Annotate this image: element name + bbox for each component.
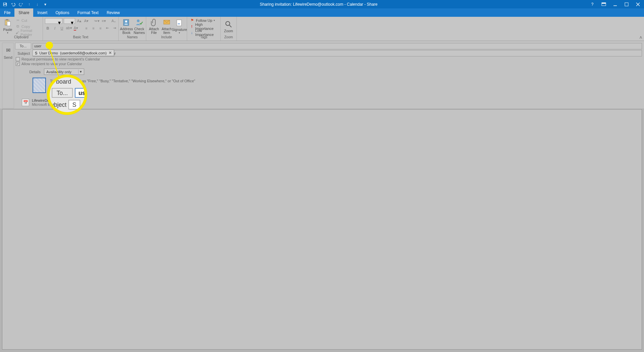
tab-review[interactable]: Review bbox=[103, 8, 124, 17]
title-bar: ↑ ↓ ▾ Sharing invitation: LifewireDemo@o… bbox=[0, 0, 644, 8]
calendar-icon: 📅 bbox=[22, 99, 29, 106]
signature-label: Signature bbox=[172, 28, 187, 32]
paste-button[interactable]: Paste ▾ bbox=[1, 18, 14, 35]
shrink-font-button[interactable]: A▾ bbox=[84, 18, 89, 24]
bold-button[interactable]: B bbox=[45, 25, 51, 31]
svg-rect-1 bbox=[4, 4, 6, 6]
svg-rect-3 bbox=[602, 3, 606, 4]
bullets-button[interactable]: ≔▾ bbox=[94, 18, 100, 24]
tab-options[interactable]: Options bbox=[51, 8, 73, 17]
quick-access-toolbar: ↑ ↓ ▾ bbox=[0, 2, 48, 7]
group-basic-text: ▾ ▾ A▴ A▾ ≔▾ ≡▾ Aₓ B I U ab▾ A▾ ≡ ≡ ≡ ⇤ bbox=[43, 17, 119, 41]
request-permission-label: Request permission to view recipient's C… bbox=[21, 57, 100, 61]
svg-line-17 bbox=[229, 25, 231, 27]
subject-input[interactable] bbox=[33, 50, 642, 56]
up-arrow-icon[interactable]: ↑ bbox=[27, 2, 32, 7]
font-size-select[interactable]: ▾ bbox=[64, 18, 75, 24]
message-body[interactable] bbox=[2, 109, 642, 350]
window-controls: ? bbox=[590, 2, 644, 7]
group-label-zoom: Zoom bbox=[222, 35, 235, 41]
paperclip-icon bbox=[150, 18, 158, 27]
group-clipboard: Paste ▾ ✂ Cut ⧉ Copy 🖌 Format Painter Cl… bbox=[0, 17, 43, 41]
zoom-icon bbox=[224, 20, 232, 28]
ribbon-tabs: File Share Insert Options Format Text Re… bbox=[0, 8, 644, 17]
redo-icon[interactable] bbox=[19, 2, 23, 7]
subject-label: Subject bbox=[15, 51, 31, 55]
callout-magnifier: board To... user ubject S bbox=[47, 75, 87, 115]
format-painter-button[interactable]: 🖌 Format Painter bbox=[14, 30, 41, 35]
paste-icon bbox=[4, 19, 12, 27]
collapse-ribbon-icon[interactable]: ᐱ bbox=[640, 36, 642, 39]
attach-item-label: Attach Item bbox=[162, 27, 172, 34]
tab-file[interactable]: File bbox=[0, 8, 14, 17]
tab-share[interactable]: Share bbox=[14, 8, 33, 17]
check-names-button[interactable]: Check Names bbox=[133, 18, 146, 35]
decrease-indent-button[interactable]: ⇤ bbox=[105, 25, 110, 31]
ribbon-display-icon[interactable] bbox=[601, 2, 606, 7]
attach-item-icon bbox=[163, 18, 171, 27]
numbering-button[interactable]: ≡▾ bbox=[101, 18, 107, 24]
underline-button[interactable]: U bbox=[59, 25, 65, 31]
font-color-button[interactable]: A▾ bbox=[73, 25, 79, 31]
check-names-label: Check Names bbox=[133, 27, 145, 34]
svg-rect-0 bbox=[4, 3, 6, 4]
send-icon: ✉ bbox=[6, 47, 10, 53]
signature-button[interactable]: Signature ▾ bbox=[173, 18, 186, 35]
down-arrow-icon[interactable]: ↓ bbox=[35, 2, 40, 7]
zoom-button[interactable]: Zoom bbox=[222, 19, 235, 34]
close-icon[interactable] bbox=[635, 2, 641, 7]
svg-rect-10 bbox=[7, 21, 10, 26]
italic-button[interactable]: I bbox=[52, 25, 58, 31]
highlight-button[interactable]: ab▾ bbox=[66, 25, 72, 31]
mag-to-value: user bbox=[75, 88, 87, 98]
details-label: Details bbox=[15, 70, 42, 74]
mag-to-button: To... bbox=[52, 88, 72, 98]
check-names-icon bbox=[135, 18, 143, 27]
copy-icon: ⧉ bbox=[15, 24, 20, 29]
window-title: Sharing invitation: LifewireDemo@outlook… bbox=[48, 2, 590, 7]
clear-format-icon[interactable]: Aₓ bbox=[111, 18, 116, 24]
increase-indent-button[interactable]: ⇥ bbox=[112, 25, 117, 31]
to-input[interactable] bbox=[33, 43, 642, 49]
send-button[interactable]: ✉ Send bbox=[2, 43, 14, 108]
details-value: Availability only bbox=[46, 70, 71, 74]
high-importance-icon: ! bbox=[190, 24, 194, 29]
paste-label: Paste bbox=[3, 28, 12, 32]
to-button[interactable]: To... bbox=[15, 43, 31, 49]
qat-customize-icon[interactable]: ▾ bbox=[43, 2, 48, 7]
cut-button[interactable]: ✂ Cut bbox=[14, 17, 41, 23]
save-icon[interactable] bbox=[3, 2, 7, 7]
undo-icon[interactable] bbox=[11, 2, 15, 7]
signature-icon bbox=[175, 19, 183, 27]
chevron-down-icon: ▾ bbox=[179, 32, 180, 34]
address-book-button[interactable]: Address Book bbox=[120, 18, 133, 35]
attach-file-button[interactable]: Attach File bbox=[148, 18, 160, 35]
minimize-icon[interactable] bbox=[612, 2, 618, 7]
low-importance-icon: ↓ bbox=[190, 30, 194, 35]
autocomplete-suggestion[interactable]: S User Demo (userdemo68@outlook.com) ✕ bbox=[33, 50, 114, 56]
request-permission-checkbox[interactable] bbox=[16, 57, 20, 61]
attach-item-button[interactable]: Attach Item bbox=[160, 18, 173, 35]
details-select[interactable]: Availability only ▾ bbox=[44, 69, 84, 75]
autocomplete-remove-icon[interactable]: ✕ bbox=[109, 51, 112, 55]
follow-up-label: Follow Up bbox=[196, 18, 212, 23]
callout-dot bbox=[46, 42, 53, 49]
group-names: Address Book Check Names Names bbox=[119, 17, 146, 41]
svg-point-16 bbox=[226, 21, 230, 26]
align-left-button[interactable]: ≡ bbox=[84, 25, 89, 31]
help-icon[interactable]: ? bbox=[590, 2, 595, 7]
svg-point-12 bbox=[125, 20, 127, 23]
grow-font-button[interactable]: A▴ bbox=[76, 18, 82, 24]
maximize-icon[interactable] bbox=[624, 2, 629, 7]
mag-subject-value: S bbox=[69, 100, 80, 109]
tab-insert[interactable]: Insert bbox=[33, 8, 51, 17]
allow-view-checkbox[interactable]: ✓ bbox=[16, 62, 20, 66]
chevron-down-icon: ▾ bbox=[214, 19, 215, 22]
align-center-button[interactable]: ≡ bbox=[91, 25, 96, 31]
align-right-button[interactable]: ≡ bbox=[98, 25, 103, 31]
low-importance-button[interactable]: ↓ Low Importance bbox=[189, 30, 219, 35]
svg-rect-9 bbox=[6, 19, 8, 20]
tab-format-text[interactable]: Format Text bbox=[73, 8, 103, 17]
autocomplete-name: User Demo bbox=[39, 51, 58, 55]
font-name-select[interactable]: ▾ bbox=[45, 18, 62, 24]
